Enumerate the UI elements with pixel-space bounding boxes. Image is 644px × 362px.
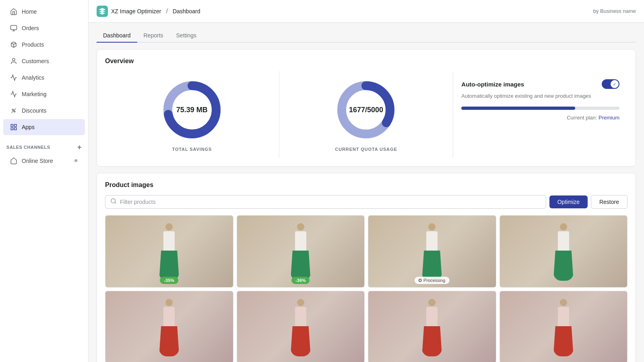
orders-icon <box>10 24 18 32</box>
sidebar-item-apps-label: Apps <box>22 124 35 130</box>
sidebar-item-analytics-label: Analytics <box>22 74 44 81</box>
breadcrumb-separator: / <box>166 8 167 15</box>
product-images-card: Product images Optimize Restore <box>97 173 636 362</box>
sidebar-item-online-store-label: Online Store <box>22 158 53 164</box>
sidebar-item-customers[interactable]: Customers <box>3 53 85 69</box>
search-bar[interactable] <box>105 195 546 209</box>
fashion-figure-red-4 <box>500 291 627 362</box>
svg-rect-7 <box>14 128 17 130</box>
main-content: XZ Image Optimizer / Dashboard by Busine… <box>89 0 644 362</box>
customers-icon <box>10 57 18 65</box>
toggle-knob: ✓ <box>611 80 619 88</box>
discounts-icon <box>10 107 18 115</box>
svg-point-12 <box>111 199 116 203</box>
total-savings-value: 75.39 MB <box>176 106 208 114</box>
app-name: XZ Image Optimizer <box>111 8 161 14</box>
fashion-figure-red-3 <box>368 291 496 362</box>
tab-settings[interactable]: Settings <box>170 29 203 43</box>
marketing-icon <box>10 90 18 98</box>
content-area: Dashboard Reports Settings Overview <box>89 23 644 362</box>
sidebar-item-customers-label: Customers <box>22 58 49 64</box>
overview-card: Overview 75.39 MB TOTAL SAVINGS <box>97 49 636 167</box>
plan-label: Current plan: <box>567 115 597 121</box>
sidebar-item-online-store[interactable]: Online Store 👁 <box>3 153 85 169</box>
sidebar-item-orders[interactable]: Orders <box>3 20 85 36</box>
product-image-7[interactable] <box>368 291 496 362</box>
savings-badge-2: -36% <box>291 277 310 284</box>
sidebar-item-analytics[interactable]: Analytics <box>3 70 85 86</box>
auto-opt-title: Auto-optimize images <box>461 81 524 88</box>
auto-opt-header: Auto-optimize images ✓ <box>461 79 619 89</box>
sidebar-item-discounts-label: Discounts <box>22 107 46 114</box>
online-store-icon <box>10 157 18 165</box>
sidebar-item-marketing-label: Marketing <box>22 91 46 97</box>
sidebar-item-orders-label: Orders <box>22 25 39 31</box>
page-title: Dashboard <box>173 8 200 14</box>
product-image-5[interactable] <box>105 291 233 362</box>
sidebar-item-apps[interactable]: Apps <box>3 119 85 135</box>
tab-dashboard[interactable]: Dashboard <box>97 29 137 43</box>
add-sales-channel-button[interactable]: + <box>77 144 82 151</box>
auto-optimize-section: Auto-optimize images ✓ Automatically opt… <box>453 71 627 158</box>
sidebar-item-marketing[interactable]: Marketing <box>3 86 85 102</box>
svg-rect-4 <box>11 124 13 126</box>
business-name: by Business name <box>593 8 636 14</box>
quota-section: 1677/5000 CURRENT QUOTA USAGE <box>279 71 454 158</box>
overview-grid: 75.39 MB TOTAL SAVINGS 1677/5000 <box>105 71 627 158</box>
plan-info: Current plan: Premium <box>461 115 619 121</box>
sidebar-item-home-label: Home <box>22 8 37 15</box>
search-input[interactable] <box>120 199 541 205</box>
product-image-2[interactable]: -36% <box>237 215 365 288</box>
product-image-8[interactable] <box>500 291 628 362</box>
restore-button[interactable]: Restore <box>591 195 627 209</box>
fashion-figure-red-1 <box>105 291 233 362</box>
app-logo <box>97 6 108 17</box>
quota-label: CURRENT QUOTA USAGE <box>335 147 397 152</box>
savings-badge-1: -35% <box>160 277 178 284</box>
quota-donut: 1677/5000 <box>334 78 398 142</box>
processing-dot <box>419 279 422 282</box>
processing-badge-3: Processing <box>415 277 449 284</box>
overview-title: Overview <box>105 58 627 65</box>
apps-icon <box>10 123 18 131</box>
image-grid: -35% -36% <box>105 215 627 362</box>
sales-channels-header: SALES CHANNELS + <box>0 139 88 152</box>
home-icon <box>10 8 18 16</box>
product-image-6[interactable] <box>237 291 365 362</box>
svg-point-3 <box>14 111 15 112</box>
total-savings-label: TOTAL SAVINGS <box>172 147 212 152</box>
plan-link[interactable]: Premium <box>599 115 619 121</box>
product-image-1[interactable]: -35% <box>105 215 233 288</box>
svg-rect-0 <box>11 25 17 30</box>
sidebar-item-products-label: Products <box>22 41 44 48</box>
optimize-button[interactable]: Optimize <box>549 195 588 208</box>
progress-bar <box>461 107 619 110</box>
online-store-eye-icon: 👁 <box>74 158 78 164</box>
toolbar: Optimize Restore <box>105 195 627 209</box>
product-image-3[interactable]: Processing <box>368 215 496 288</box>
auto-optimize-toggle[interactable]: ✓ <box>602 79 619 89</box>
auto-opt-description: Automatically optimize existing and new … <box>461 92 619 100</box>
topbar-left: XZ Image Optimizer / Dashboard <box>97 6 200 17</box>
tab-reports[interactable]: Reports <box>137 29 170 43</box>
product-image-4[interactable] <box>500 215 628 288</box>
quota-value: 1677/5000 <box>349 106 383 114</box>
fashion-figure-red-2 <box>237 291 365 362</box>
sidebar-item-home[interactable]: Home <box>3 4 85 20</box>
tab-bar: Dashboard Reports Settings <box>97 29 636 43</box>
sidebar-item-products[interactable]: Products <box>3 37 85 53</box>
svg-rect-6 <box>11 128 13 130</box>
total-savings-donut: 75.39 MB <box>160 78 224 142</box>
products-icon <box>10 41 18 49</box>
svg-point-2 <box>12 109 13 110</box>
product-images-title: Product images <box>105 181 627 189</box>
analytics-icon <box>10 74 18 82</box>
progress-fill <box>461 107 575 110</box>
svg-point-1 <box>12 58 15 61</box>
fashion-figure-green-4 <box>500 216 627 287</box>
topbar: XZ Image Optimizer / Dashboard by Busine… <box>89 0 644 23</box>
sidebar: Home Orders Products Customers Analytics <box>0 0 89 362</box>
sidebar-item-discounts[interactable]: Discounts <box>3 103 85 119</box>
svg-rect-5 <box>14 124 17 126</box>
total-savings-section: 75.39 MB TOTAL SAVINGS <box>105 71 279 158</box>
